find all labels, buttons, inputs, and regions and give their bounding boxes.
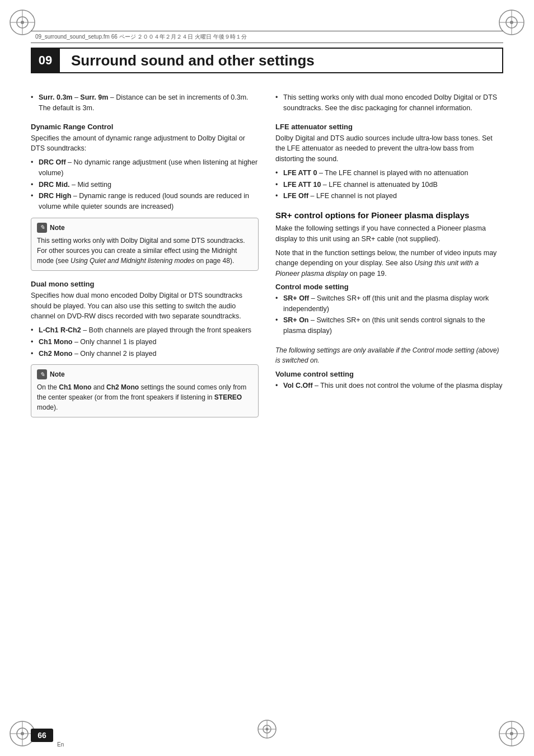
dynamic-range-bullets: DRC Off – No dynamic range adjustment (u… xyxy=(31,157,259,212)
lfe-attenuator-section: LFE attenuator setting Dolby Digital and… xyxy=(275,123,503,202)
svg-point-24 xyxy=(266,728,269,731)
bottom-center-decoration xyxy=(256,718,278,742)
lfe-attenuator-body: Dolby Digital and DTS audio sources incl… xyxy=(275,133,503,165)
dynamic-range-body: Specifies the amount of dynamic range ad… xyxy=(31,133,259,154)
svg-point-9 xyxy=(510,21,513,24)
note-icon: ✎ xyxy=(37,223,47,233)
dynamic-range-title: Dynamic Range Control xyxy=(31,123,259,131)
dynamic-range-note: ✎ Note This setting works only with Dolb… xyxy=(31,218,259,271)
drc-off-bullet: DRC Off – No dynamic range adjustment (u… xyxy=(31,157,259,179)
svg-point-14 xyxy=(21,732,24,735)
svg-point-19 xyxy=(510,732,513,735)
volume-control-bullets: Vol C.Off – This unit does not control t… xyxy=(275,381,503,391)
control-mode-title: Control mode setting xyxy=(275,283,503,291)
svg-point-4 xyxy=(21,21,24,24)
lfe-bullets: LFE ATT 0 – The LFE channel is played wi… xyxy=(275,168,503,201)
sr-plus-heading: SR+ control options for Pioneer plasma d… xyxy=(275,210,503,220)
note-header-2: ✎ Note xyxy=(37,369,252,379)
drc-mid-bullet: DRC Mid. – Mid setting xyxy=(31,180,259,190)
chapter-title: Surround sound and other settings xyxy=(71,52,315,69)
dual-mono-right-bullet: This setting works only with dual mono e… xyxy=(275,92,503,114)
sr-plus-body2: Note that in the function settings below… xyxy=(275,248,503,279)
drc-high-bullet: DRC High – Dynamic range is reduced (lou… xyxy=(31,191,259,212)
control-mode-bullets: SR+ Off – Switches SR+ off (this unit an… xyxy=(275,293,503,336)
surr-distance-bullet: Surr. 0.3m – Surr. 9m – Distance can be … xyxy=(31,92,259,114)
dual-mono-note: ✎ Note On the Ch1 Mono and Ch2 Mono sett… xyxy=(31,364,259,417)
page-lang: En xyxy=(57,741,64,748)
dual-mono-title: Dual mono setting xyxy=(31,280,259,288)
note-label: Note xyxy=(50,224,65,232)
sr-italic-note: The following settings are only availabl… xyxy=(275,345,503,365)
chapter-header: 09 Surround sound and other settings xyxy=(31,48,503,73)
note-icon-2: ✎ xyxy=(37,369,47,379)
control-mode-section: Control mode setting SR+ Off – Switches … xyxy=(275,283,503,336)
intro-bullets: Surr. 0.3m – Surr. 9m – Distance can be … xyxy=(31,92,259,114)
content-area: Surr. 0.3m – Surr. 9m – Distance can be … xyxy=(31,81,503,711)
corner-decoration-br xyxy=(495,717,528,750)
file-info: 09_surround_sound_setup.fm 66 ページ ２００４年２… xyxy=(35,33,247,41)
ch2-mono-bullet: Ch2 Mono – Only channel 2 is played xyxy=(31,349,259,359)
lfe-attenuator-title: LFE attenuator setting xyxy=(275,123,503,131)
lfe-off-bullet: LFE Off – LFE channel is not played xyxy=(275,191,503,201)
chapter-number: 09 xyxy=(31,48,60,73)
sr-plus-section: SR+ control options for Pioneer plasma d… xyxy=(275,210,503,391)
header-bar: 09_surround_sound_setup.fm 66 ページ ２００４年２… xyxy=(31,31,503,43)
volume-control-title: Volume control setting xyxy=(275,370,503,378)
chapter-title-box: Surround sound and other settings xyxy=(60,48,503,73)
vol-coff-bullet: Vol C.Off – This unit does not control t… xyxy=(275,381,503,391)
note-header: ✎ Note xyxy=(37,223,252,233)
dual-mono-body: Specifies how dual mono encoded Dolby Di… xyxy=(31,290,259,322)
note-label-2: Note xyxy=(50,370,65,378)
lch1-rch2-bullet: L-Ch1 R-Ch2 – Both channels are played t… xyxy=(31,325,259,336)
dual-mono-bullets: L-Ch1 R-Ch2 – Both channels are played t… xyxy=(31,325,259,359)
right-column: This setting works only with dual mono e… xyxy=(275,81,503,711)
note-body: This setting works only with Dolby Digit… xyxy=(37,236,252,266)
sr-plus-body1: Make the following settings if you have … xyxy=(275,223,503,245)
sr-on-bullet: SR+ On – Switches SR+ on (this unit send… xyxy=(275,315,503,336)
page-number: 66 xyxy=(31,729,53,742)
lfe-att-0-bullet: LFE ATT 0 – The LFE channel is played wi… xyxy=(275,168,503,179)
volume-control-section: Volume control setting Vol C.Off – This … xyxy=(275,370,503,391)
sr-off-bullet: SR+ Off – Switches SR+ off (this unit an… xyxy=(275,293,503,314)
ch1-mono-bullet: Ch1 Mono – Only channel 1 is played xyxy=(31,337,259,348)
dual-mono-section: Dual mono setting Specifies how dual mon… xyxy=(31,280,259,418)
left-column: Surr. 0.3m – Surr. 9m – Distance can be … xyxy=(31,81,259,711)
dual-mono-note-bullet: This setting works only with dual mono e… xyxy=(275,92,503,114)
dynamic-range-section: Dynamic Range Control Specifies the amou… xyxy=(31,123,259,271)
lfe-att-10-bullet: LFE ATT 10 – LFE channel is attenuated b… xyxy=(275,180,503,190)
note-body-2: On the Ch1 Mono and Ch2 Mono settings th… xyxy=(37,382,252,412)
